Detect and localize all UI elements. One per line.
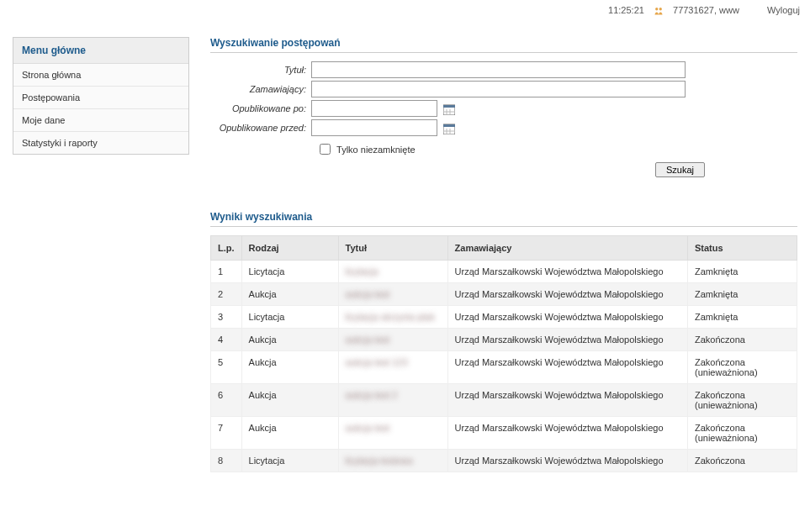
svg-point-1 xyxy=(659,8,662,10)
cell-lp: 8 xyxy=(211,450,242,472)
cell-lp: 6 xyxy=(211,384,242,417)
cell-zamawiajacy: Urząd Marszałkowski Województwa Małopols… xyxy=(447,261,687,283)
cell-zamawiajacy: Urząd Marszałkowski Województwa Małopols… xyxy=(447,283,687,306)
cell-rodzaj: Aukcja xyxy=(241,351,338,384)
published-after-label: Opublikowane po: xyxy=(210,103,311,113)
ordering-label: Zamawiający: xyxy=(210,84,311,94)
cell-tytul: licytacja testowa xyxy=(338,450,447,472)
col-header-tytul: Tytuł xyxy=(338,236,447,261)
cell-status: Zakończona (unieważniona) xyxy=(688,351,797,384)
sidebar: Menu główne Strona główna Postępowania M… xyxy=(13,37,189,155)
cell-lp: 3 xyxy=(211,306,242,329)
cell-status: Zakończona xyxy=(688,329,797,351)
clock-time: 11:25:21 xyxy=(608,5,644,15)
title-input[interactable] xyxy=(311,61,686,78)
cell-tytul: licytacja skrzynia ptak xyxy=(338,306,447,329)
cell-status: Zamknięta xyxy=(688,261,797,283)
cell-tytul: licytacja xyxy=(338,261,447,283)
calendar-icon[interactable] xyxy=(443,103,455,115)
cell-zamawiajacy: Urząd Marszałkowski Województwa Małopols… xyxy=(447,450,687,472)
table-row[interactable]: 7Aukcjaaukcja testUrząd Marszałkowski Wo… xyxy=(211,417,797,450)
col-header-status: Status xyxy=(688,236,797,261)
cell-lp: 2 xyxy=(211,283,242,306)
cell-status: Zamknięta xyxy=(688,283,797,306)
svg-rect-3 xyxy=(443,105,455,108)
cell-lp: 4 xyxy=(211,329,242,351)
cell-status: Zakończona (unieważniona) xyxy=(688,384,797,417)
results-table: L.p. Rodzaj Tytuł Zamawiający Status 1Li… xyxy=(210,235,797,472)
cell-zamawiajacy: Urząd Marszałkowski Województwa Małopols… xyxy=(447,329,687,351)
sidebar-item-proceedings[interactable]: Postępowania xyxy=(13,87,188,109)
results-section-title: Wyniki wyszukiwania xyxy=(210,211,797,227)
col-header-lp: L.p. xyxy=(211,236,242,261)
user-info: 77731627, www xyxy=(673,5,739,15)
table-row[interactable]: 4Aukcjaaukcja testUrząd Marszałkowski Wo… xyxy=(211,329,797,351)
cell-status: Zakończona xyxy=(688,450,797,472)
only-open-label[interactable]: Tylko niezamknięte xyxy=(336,145,416,155)
cell-zamawiajacy: Urząd Marszałkowski Województwa Małopols… xyxy=(447,417,687,450)
only-open-checkbox[interactable] xyxy=(320,144,331,155)
search-section-title: Wyszukiwanie postępowań xyxy=(210,37,797,53)
cell-tytul: aukcja test 123 xyxy=(338,351,447,384)
cell-rodzaj: Licytacja xyxy=(241,306,338,329)
cell-tytul: aukcja test xyxy=(338,417,447,450)
col-header-rodzaj: Rodzaj xyxy=(241,236,338,261)
cell-rodzaj: Aukcja xyxy=(241,283,338,306)
cell-status: Zamknięta xyxy=(688,306,797,329)
cell-status: Zakończona (unieważniona) xyxy=(688,417,797,450)
cell-zamawiajacy: Urząd Marszałkowski Województwa Małopols… xyxy=(447,384,687,417)
table-row[interactable]: 2Aukcjaaukcja testUrząd Marszałkowski Wo… xyxy=(211,283,797,306)
cell-rodzaj: Aukcja xyxy=(241,329,338,351)
table-row[interactable]: 1LicytacjalicytacjaUrząd Marszałkowski W… xyxy=(211,261,797,283)
table-row[interactable]: 5Aukcjaaukcja test 123Urząd Marszałkowsk… xyxy=(211,351,797,384)
cell-lp: 1 xyxy=(211,261,242,283)
search-button[interactable]: Szukaj xyxy=(655,162,705,177)
published-after-input[interactable] xyxy=(311,100,437,117)
table-row[interactable]: 8Licytacjalicytacja testowaUrząd Marszał… xyxy=(211,450,797,472)
published-before-input[interactable] xyxy=(311,119,437,136)
sidebar-item-stats[interactable]: Statystyki i raporty xyxy=(13,132,188,154)
svg-point-0 xyxy=(655,8,658,10)
cell-zamawiajacy: Urząd Marszałkowski Województwa Małopols… xyxy=(447,306,687,329)
cell-lp: 5 xyxy=(211,351,242,384)
cell-tytul: aukcja test 2 xyxy=(338,384,447,417)
ordering-input[interactable] xyxy=(311,81,686,97)
cell-rodzaj: Licytacja xyxy=(241,261,338,283)
cell-rodzaj: Licytacja xyxy=(241,450,338,472)
cell-rodzaj: Aukcja xyxy=(241,384,338,417)
sidebar-item-home[interactable]: Strona główna xyxy=(13,64,188,87)
cell-lp: 7 xyxy=(211,417,242,450)
topbar: 11:25:21 77731627, www Wyloguj xyxy=(0,0,810,20)
title-label: Tytuł: xyxy=(210,65,311,75)
table-row[interactable]: 6Aukcjaaukcja test 2Urząd Marszałkowski … xyxy=(211,384,797,417)
cell-tytul: aukcja test xyxy=(338,329,447,351)
calendar-icon[interactable] xyxy=(443,123,455,134)
svg-rect-8 xyxy=(443,124,455,127)
cell-zamawiajacy: Urząd Marszałkowski Województwa Małopols… xyxy=(447,351,687,384)
people-icon xyxy=(654,5,666,15)
published-before-label: Opublikowane przed: xyxy=(210,123,311,133)
logout-link[interactable]: Wyloguj xyxy=(767,5,800,15)
table-row[interactable]: 3Licytacjalicytacja skrzynia ptakUrząd M… xyxy=(211,306,797,329)
col-header-zamawiajacy: Zamawiający xyxy=(447,236,687,261)
menu-title: Menu główne xyxy=(13,38,188,64)
cell-tytul: aukcja test xyxy=(338,283,447,306)
sidebar-item-mydata[interactable]: Moje dane xyxy=(13,109,188,132)
cell-rodzaj: Aukcja xyxy=(241,417,338,450)
